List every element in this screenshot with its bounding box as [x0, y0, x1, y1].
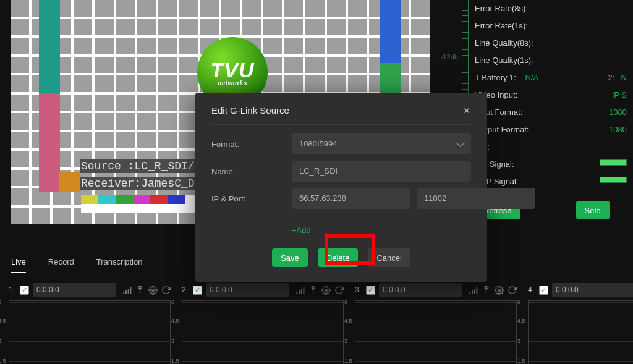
status-panel: for (let i=0;i<=40;i++){ document.write(…: [475, 0, 633, 219]
stream-checkbox[interactable]: ✓: [366, 286, 375, 295]
ipport-label: IP & Port:: [211, 194, 292, 203]
tabs: Live Record Transcription: [11, 257, 142, 273]
refresh-icon[interactable]: [334, 286, 344, 295]
save-button[interactable]: Save: [272, 248, 308, 267]
stream-ip[interactable]: 0.0.0.0: [552, 283, 633, 297]
stream-ip[interactable]: 0.0.0.0: [379, 283, 462, 297]
stream-3: 3.✓0.0.0.0 64.531.5: [355, 283, 517, 364]
antenna-icon[interactable]: [135, 286, 145, 295]
bar-orange: [59, 172, 80, 192]
antenna-icon[interactable]: [482, 286, 491, 295]
color-bars-white: [81, 204, 202, 213]
name-label: Name:: [211, 167, 292, 176]
ip-input[interactable]: [292, 188, 410, 209]
stream-chart: 64.531.5: [9, 300, 171, 364]
divider: [211, 219, 471, 219]
streams: (function(){ const icons = ` <span class…: [9, 283, 633, 364]
svg-rect-6: [296, 292, 297, 294]
format-select[interactable]: 1080I5994: [292, 133, 471, 154]
stream-index: 1.: [9, 286, 16, 294]
lq1-label: Line Quality(1s):: [475, 56, 533, 65]
color-bars: [81, 195, 202, 204]
port-input[interactable]: [417, 188, 535, 209]
signal-icon: [122, 286, 132, 295]
stream-index: 4.: [528, 286, 535, 294]
output-format-val: 1080: [609, 125, 627, 134]
format-label: Format:: [211, 140, 292, 149]
logo-big: TVU: [211, 58, 255, 82]
svg-rect-13: [472, 290, 473, 294]
stream-2: 2.✓0.0.0.0 64.531.5: [182, 283, 344, 364]
svg-rect-9: [304, 287, 305, 294]
stream-index: 3.: [355, 286, 362, 294]
svg-rect-12: [469, 292, 470, 294]
cancel-button[interactable]: Cancel: [368, 248, 410, 267]
bar-pink: [39, 93, 60, 192]
antenna-icon[interactable]: [308, 286, 318, 295]
svg-rect-0: [123, 292, 124, 294]
tbat-val: N/A: [525, 73, 538, 82]
bar-green2: [380, 63, 401, 93]
stream-ip[interactable]: 0.0.0.0: [33, 283, 116, 297]
gear-icon[interactable]: [321, 286, 331, 295]
receiver-text: Receiver:JamesC_Dem: [80, 177, 209, 190]
close-icon[interactable]: [462, 106, 471, 115]
lq8-label: Line Quality(8s):: [475, 38, 533, 48]
tbat2-val: N: [621, 73, 627, 82]
stream-ip[interactable]: 0.0.0.0: [206, 283, 289, 297]
stream-chart: 64.531.5: [355, 300, 517, 364]
chevron-down-icon: [456, 138, 465, 147]
signal-icon: [295, 286, 305, 295]
svg-rect-2: [128, 289, 129, 294]
stream-chart: 64.531.5: [182, 300, 344, 364]
svg-point-5: [152, 289, 155, 291]
stream-chart: 64.531.5: [528, 300, 633, 364]
gear-icon[interactable]: [495, 286, 504, 295]
stream-index: 2.: [182, 286, 189, 294]
stream-checkbox[interactable]: ✓: [20, 286, 29, 295]
refresh-icon[interactable]: [161, 286, 171, 295]
logo-small: networks: [218, 80, 247, 87]
name-input[interactable]: [292, 161, 471, 182]
tab-transcription[interactable]: Transcription: [96, 257, 143, 273]
tab-live[interactable]: Live: [11, 257, 26, 273]
voip-signal-bar: [600, 177, 627, 183]
svg-rect-14: [474, 289, 475, 294]
error1-label: Error Rate(1s):: [475, 21, 528, 30]
select-button[interactable]: Sele: [576, 201, 610, 219]
svg-point-17: [498, 289, 501, 291]
stream-4: 4.✓0.0.0.0 64.531.5: [528, 283, 633, 364]
tbat2-label: 2:: [608, 74, 614, 82]
source-text: Source :LC_R_SDI/5: [80, 159, 202, 173]
tbat-label: T Battery 1:: [475, 73, 516, 82]
dialog-title: Edit G-Link Source: [211, 105, 289, 116]
stream-checkbox[interactable]: ✓: [193, 286, 202, 295]
stream-1: 1.✓0.0.0.0 64.531.5: [9, 283, 171, 364]
tab-record[interactable]: Record: [48, 257, 74, 273]
bar-blue: [380, 0, 401, 63]
add-link[interactable]: +Add: [292, 226, 471, 235]
signal-icon: [469, 286, 478, 295]
video-input-val: IP S: [612, 90, 627, 99]
svg-rect-8: [301, 289, 302, 294]
error8-label: Error Rate(8s):: [475, 4, 528, 13]
edit-glink-dialog: Edit G-Link Source Format: 1080I5994 Nam…: [195, 93, 487, 282]
svg-rect-15: [477, 287, 478, 294]
ifb-signal-bar: [600, 159, 627, 166]
input-format-val: 1080: [609, 108, 627, 117]
svg-rect-1: [125, 290, 127, 294]
refresh-icon[interactable]: [508, 286, 517, 295]
db-12: -12db: [441, 53, 458, 61]
svg-rect-3: [130, 287, 132, 294]
bar-green: [39, 0, 60, 93]
gear-icon[interactable]: [148, 286, 158, 295]
svg-point-11: [325, 289, 328, 291]
delete-button[interactable]: Delete: [318, 248, 359, 267]
format-value: 1080I5994: [299, 133, 337, 154]
svg-rect-7: [299, 290, 300, 294]
stream-checkbox[interactable]: ✓: [539, 286, 548, 295]
